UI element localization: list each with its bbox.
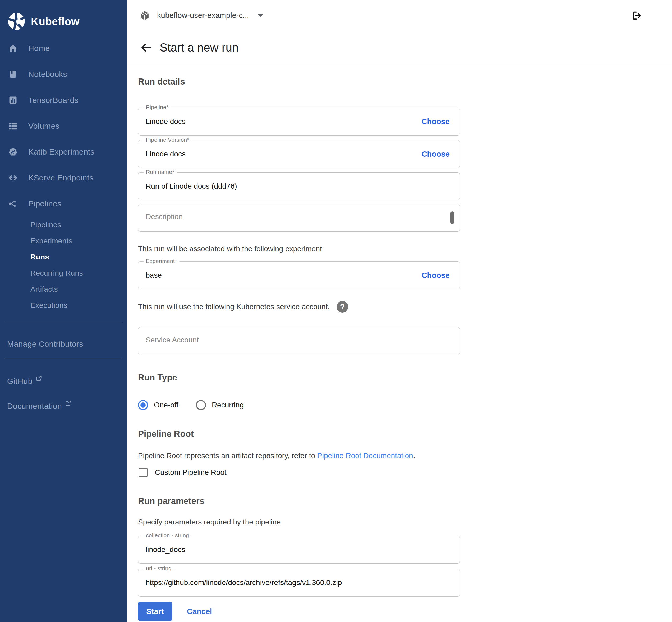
chevron-down-icon (258, 14, 263, 17)
pipelines-icon (7, 198, 19, 210)
pipeline-version-field: Pipeline Version* Linode docs Choose (138, 140, 460, 168)
sidebar-subitem-executions[interactable]: Executions (0, 297, 127, 313)
notebook-icon (7, 68, 19, 80)
help-icon[interactable]: ? (337, 301, 348, 313)
run-name-input[interactable] (138, 173, 460, 200)
form-actions: Start Cancel (138, 602, 672, 621)
param-collection-input[interactable] (138, 536, 460, 563)
sidebar-link-documentation[interactable]: Documentation (0, 402, 127, 411)
sidebar-item-notebooks[interactable]: Notebooks (0, 61, 127, 87)
param-url-input[interactable] (138, 569, 460, 596)
subitem-label: Recurring Runs (30, 269, 83, 277)
radio-unselected-icon (196, 400, 206, 410)
sidebar-divider (4, 358, 122, 358)
experiment-field-value: base (146, 271, 162, 280)
experiment-field-label: Experiment* (143, 258, 179, 264)
pipeline-root-text: Pipeline Root represents an artifact rep… (138, 452, 317, 460)
kubeflow-app: Kubeflow Home Notebooks TensorBoards (0, 0, 672, 622)
custom-pipeline-root-label: Custom Pipeline Root (155, 468, 227, 477)
pipeline-version-field-value: Linode docs (146, 150, 186, 158)
sidebar-link-github[interactable]: GitHub (0, 377, 127, 386)
sidebar-item-label: KServe Endpoints (28, 173, 94, 182)
radio-one-off[interactable]: One-off (138, 400, 178, 410)
katib-icon (7, 146, 19, 158)
arrow-back-icon[interactable] (140, 42, 152, 54)
main-area: kubeflow-user-example-c... Start a new r… (127, 0, 672, 622)
param-url-label: url - string (143, 565, 174, 572)
logout-icon[interactable] (632, 10, 642, 21)
sidebar-item-label: Katib Experiments (28, 147, 94, 157)
topbar: kubeflow-user-example-c... (127, 0, 672, 31)
service-account-field (138, 327, 460, 355)
pipeline-field-value: Linode docs (146, 117, 186, 126)
external-link-icon (36, 375, 42, 382)
pipeline-root-text-suffix: . (413, 452, 415, 460)
kubeflow-logo-icon (7, 12, 26, 31)
sidebar-item-kserve-endpoints[interactable]: KServe Endpoints (0, 165, 127, 191)
sidebar-item-home[interactable]: Home (0, 35, 127, 61)
radio-selected-icon (138, 400, 148, 410)
pipeline-root-description: Pipeline Root represents an artifact rep… (138, 451, 672, 460)
start-button[interactable]: Start (138, 602, 172, 621)
pipeline-root-heading: Pipeline Root (138, 428, 672, 439)
kubeflow-brand[interactable]: Kubeflow (0, 0, 127, 35)
form-body: Run details Pipeline* Linode docs Choose… (127, 64, 672, 622)
page-header: Start a new run (127, 31, 672, 64)
param-url-field: url - string (138, 568, 460, 597)
page-title: Start a new run (160, 41, 238, 54)
run-name-field-label: Run name* (143, 169, 177, 175)
run-type-options: One-off Recurring (138, 399, 672, 411)
subitem-label: Pipelines (30, 221, 61, 229)
manage-contributors-label: Manage Contributors (7, 340, 83, 348)
namespace-label: kubeflow-user-example-c... (157, 11, 249, 20)
subitem-label: Runs (30, 253, 49, 261)
sidebar-item-pipelines[interactable]: Pipelines (0, 191, 127, 217)
description-scrollbar-thumb[interactable] (450, 211, 454, 224)
volumes-icon (7, 120, 19, 132)
description-input[interactable] (138, 212, 460, 221)
experiment-choose-button[interactable]: Choose (422, 271, 450, 280)
sidebar-item-label: TensorBoards (28, 96, 78, 105)
cancel-button[interactable]: Cancel (187, 607, 212, 616)
sidebar-item-label: Pipelines (28, 199, 61, 208)
sidebar-item-label: Notebooks (28, 70, 67, 79)
param-collection-label: collection - string (143, 532, 191, 539)
pipeline-version-field-label: Pipeline Version* (143, 137, 192, 143)
pipeline-field-label: Pipeline* (143, 104, 171, 110)
pipeline-choose-button[interactable]: Choose (422, 117, 450, 126)
subitem-label: Executions (30, 301, 67, 310)
service-account-note: This run will use the following Kubernet… (138, 302, 330, 311)
sidebar-subitem-runs[interactable]: Runs (0, 249, 127, 265)
custom-pipeline-root-checkbox[interactable]: Custom Pipeline Root (138, 468, 672, 478)
pipeline-root-doc-link[interactable]: Pipeline Root Documentation (317, 452, 413, 460)
sidebar-subitem-pipelines[interactable]: Pipelines (0, 217, 127, 233)
subitem-label: Experiments (30, 237, 72, 245)
recurring-label: Recurring (212, 401, 244, 409)
pipeline-version-choose-button[interactable]: Choose (422, 150, 450, 159)
sidebar-subitem-recurring-runs[interactable]: Recurring Runs (0, 265, 127, 281)
description-field (138, 204, 460, 232)
sidebar: Kubeflow Home Notebooks TensorBoards (0, 0, 127, 622)
namespace-selector[interactable]: kubeflow-user-example-c... (139, 10, 263, 21)
sidebar-subitem-experiments[interactable]: Experiments (0, 233, 127, 249)
run-parameters-heading: Run parameters (138, 496, 672, 506)
sidebar-item-tensorboards[interactable]: TensorBoards (0, 87, 127, 113)
service-account-input[interactable] (138, 336, 460, 344)
sidebar-item-manage-contributors[interactable]: Manage Contributors (0, 323, 127, 348)
one-off-label: One-off (154, 401, 178, 409)
pipeline-field: Pipeline* Linode docs Choose (138, 108, 460, 136)
experiment-field: Experiment* base Choose (138, 261, 460, 289)
sidebar-subitem-artifacts[interactable]: Artifacts (0, 281, 127, 297)
subitem-label: Artifacts (30, 285, 58, 293)
sidebar-item-label: Volumes (28, 122, 60, 131)
sidebar-item-katib-experiments[interactable]: Katib Experiments (0, 139, 127, 165)
sidebar-item-volumes[interactable]: Volumes (0, 113, 127, 139)
documentation-label: Documentation (7, 402, 62, 411)
radio-recurring[interactable]: Recurring (196, 400, 244, 410)
run-type-heading: Run Type (138, 372, 672, 383)
experiment-note: This run will be associated with the fol… (138, 244, 672, 253)
brand-name: Kubeflow (31, 15, 79, 28)
run-name-field: Run name* (138, 172, 460, 200)
sidebar-item-label: Home (28, 44, 50, 53)
code-arrows-icon (7, 172, 19, 184)
